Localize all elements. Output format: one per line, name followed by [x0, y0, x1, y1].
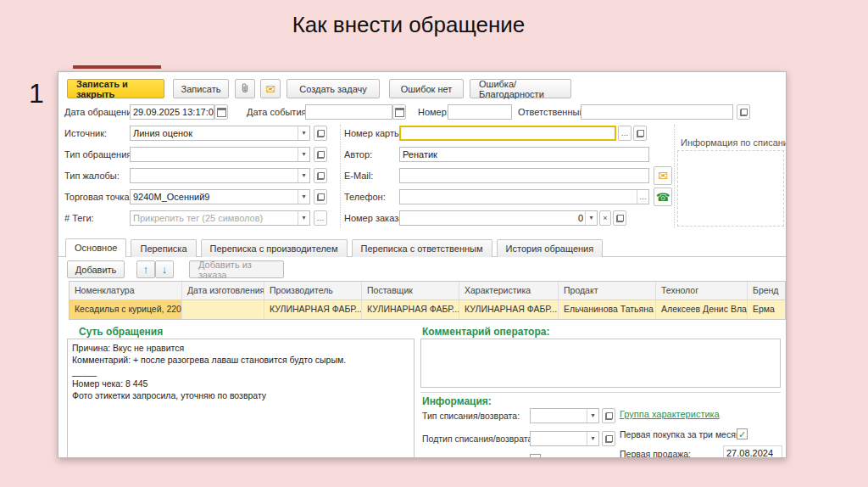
complaint-type-open-button[interactable]	[314, 168, 327, 183]
tab-correspondence-producer[interactable]: Переписка с производителем	[201, 239, 348, 257]
chevron-down-icon[interactable]: ▾	[298, 169, 309, 182]
tab-correspondence-responsible[interactable]: Переписка с ответственным	[352, 239, 492, 257]
viewed-by-supplier-label: Просмотрено поставщиком:	[422, 453, 537, 458]
cell-supplier[interactable]: КУЛИНАРНАЯ ФАБР...	[362, 300, 459, 319]
request-date-label: Дата обращения:	[64, 104, 139, 120]
phone-more-icon[interactable]: …	[637, 190, 648, 204]
source-combo[interactable]: Линия оценок ▾	[130, 126, 310, 141]
table-row[interactable]: Кесадилья с курицей, 220 г КУЛИНАРНАЯ ФА…	[70, 300, 785, 319]
email-input[interactable]	[399, 168, 649, 183]
card-number-label: Номер карты:	[344, 126, 403, 141]
send-email-button[interactable]: ✉	[654, 166, 672, 185]
tags-input[interactable]: Прикрепить тег (25 символов) ▾	[130, 210, 310, 226]
col-characteristic[interactable]: Характеристика	[459, 282, 559, 299]
cell-producer[interactable]: КУЛИНАРНАЯ ФАБР...	[264, 300, 362, 319]
number-input[interactable]	[448, 104, 512, 120]
store-combo[interactable]: 9240М_Осенний9 ▾	[130, 189, 310, 204]
chevron-down-icon[interactable]: ▾	[585, 211, 597, 225]
order-number-label: Номер заказа:	[344, 210, 406, 226]
chevron-down-icon[interactable]: ▾	[587, 409, 598, 423]
open-link-icon	[317, 172, 325, 180]
viewed-by-supplier-checkbox[interactable]	[530, 454, 541, 458]
chevron-down-icon[interactable]: ▾	[587, 432, 598, 445]
email-label: E-Mail:	[344, 168, 373, 183]
col-nomenclature[interactable]: Номенклатура	[70, 282, 182, 299]
cell-product-manager[interactable]: Ельчанинова Татьяна ...	[559, 300, 656, 319]
essence-textarea[interactable]: Причина: Вкус не нравится Комментарий: +…	[67, 339, 415, 458]
tab-history[interactable]: История обращения	[497, 239, 604, 257]
writeoff-type-label: Тип списания/возврата:	[422, 408, 520, 423]
cell-technologist[interactable]: Алексеев Денис Влад...	[656, 300, 748, 319]
col-supplier[interactable]: Поставщик	[362, 282, 459, 299]
envelope-icon: ✉	[658, 169, 668, 182]
writeoff-subtype-label: Подтип списания/возврата:	[422, 431, 535, 446]
chevron-down-icon[interactable]: ▾	[298, 126, 309, 140]
source-value: Линия оценок	[133, 128, 192, 138]
request-type-open-button[interactable]	[314, 147, 327, 162]
writeoff-type-open-button[interactable]	[602, 408, 615, 423]
request-type-label: Тип обращения:	[64, 147, 134, 162]
card-number-more-button[interactable]: …	[618, 126, 632, 141]
col-producer[interactable]: Производитель	[264, 282, 362, 299]
responsible-open-button[interactable]	[737, 104, 750, 120]
first-sale-value: 27.08.2024	[723, 445, 782, 458]
add-row-button[interactable]: Добавить	[67, 260, 125, 278]
chevron-down-icon[interactable]: ▾	[298, 211, 309, 225]
event-date-input[interactable]	[305, 104, 392, 120]
cropped-titlebar-fragment	[73, 65, 161, 69]
no-errors-button[interactable]: Ошибок нет	[389, 79, 464, 98]
first-purchase-checkbox[interactable]: ✓	[737, 428, 748, 439]
writeoff-info-panel	[677, 150, 784, 227]
complaint-type-combo[interactable]: ▾	[130, 168, 310, 183]
chevron-down-icon[interactable]: ▾	[298, 148, 309, 161]
responsible-label: Ответственный:	[518, 104, 587, 120]
writeoff-subtype-combo[interactable]: ▾	[530, 431, 599, 446]
save-button[interactable]: Записать	[173, 79, 229, 98]
error-gratitude-button[interactable]: Ошибка/Благодарности	[470, 79, 571, 98]
add-from-order-button[interactable]: Добавить из заказа	[189, 260, 284, 278]
event-date-calendar-button[interactable]	[392, 104, 406, 120]
characteristic-group-link[interactable]: Группа характеристика	[620, 409, 720, 419]
open-link-icon	[317, 193, 325, 201]
request-date-input[interactable]: 29.09.2025 13:17:02	[130, 104, 214, 120]
store-open-button[interactable]	[314, 189, 327, 204]
operator-comment-textarea[interactable]	[420, 339, 781, 388]
card-number-open-button[interactable]	[633, 126, 647, 141]
chevron-down-icon[interactable]: ▾	[298, 190, 309, 204]
cell-characteristic[interactable]: КУЛИНАРНАЯ ФАБР...	[459, 300, 559, 319]
source-open-button[interactable]	[314, 126, 327, 141]
first-sale-label: Первая продажа:	[620, 446, 691, 458]
phone-icon: ☎	[656, 191, 670, 204]
tab-main[interactable]: Основное	[65, 238, 126, 257]
tags-more-button[interactable]: …	[314, 210, 327, 226]
operator-comment-title: Комментарий оператора:	[422, 326, 549, 338]
request-type-combo[interactable]: ▾	[130, 147, 310, 162]
author-input[interactable]: Ренатик	[399, 147, 649, 162]
open-link-icon	[605, 435, 613, 443]
phone-input[interactable]: …	[399, 189, 649, 204]
tab-correspondence[interactable]: Переписка	[131, 239, 196, 257]
move-down-button[interactable]: ↓	[155, 260, 174, 278]
cell-nomenclature[interactable]: Кесадилья с курицей, 220 г	[70, 300, 182, 319]
col-product-manager[interactable]: Продакт	[559, 282, 656, 299]
items-table: Номенклатура Дата изготовления Производи…	[69, 281, 786, 320]
save-and-close-button[interactable]: Записать и закрыть	[67, 79, 164, 98]
writeoff-subtype-open-button[interactable]	[602, 431, 615, 446]
request-date-calendar-button[interactable]	[214, 104, 228, 120]
writeoff-type-combo[interactable]: ▾	[530, 408, 599, 423]
call-button[interactable]: ☎	[654, 188, 672, 206]
col-brand[interactable]: Бренд	[748, 282, 786, 299]
order-number-open-button[interactable]	[613, 210, 626, 226]
send-email-toolbar-button[interactable]: ✉	[260, 79, 281, 98]
cell-production-date[interactable]	[182, 300, 264, 319]
col-technologist[interactable]: Технолог	[656, 282, 748, 299]
card-number-input[interactable]	[399, 126, 616, 141]
order-number-clear-button[interactable]: ×	[599, 210, 611, 226]
col-production-date[interactable]: Дата изготовления	[182, 282, 264, 299]
responsible-input[interactable]	[581, 104, 733, 120]
move-up-button[interactable]: ↑	[136, 260, 155, 278]
cell-brand[interactable]: Ерма	[748, 300, 786, 319]
attach-file-button[interactable]	[235, 79, 255, 98]
order-number-input[interactable]: 0 ▾	[399, 210, 598, 226]
create-task-button[interactable]: Создать задачу	[287, 79, 380, 98]
